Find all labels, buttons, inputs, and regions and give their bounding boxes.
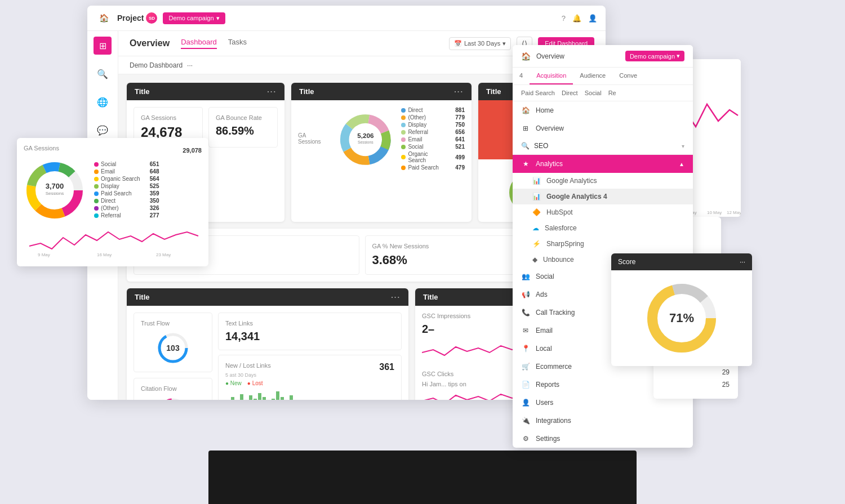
score-card: Score ··· 71% (611, 253, 752, 366)
panel-overview-label[interactable]: Overview (536, 52, 564, 60)
ga4-sub-label: Google Analytics 4 (546, 193, 607, 200)
panel-sub-tabs: Paid Search Direct Social Re (513, 85, 693, 101)
sharpspring-sub-icon: ⚡ (532, 240, 541, 248)
ga-bounce-card: GA Bounce Rate 86.59% (208, 107, 278, 148)
panel-search-input[interactable] (534, 142, 677, 150)
tab-tasks[interactable]: Tasks (228, 38, 247, 49)
svg-text:16 May: 16 May (97, 252, 112, 257)
users-nav-label: Users (536, 399, 684, 407)
panel-campaign-badge[interactable]: Demo campaign ▾ (625, 51, 684, 61)
svg-rect-28 (272, 399, 275, 400)
nav-item-overview[interactable]: ⊞ Overview (513, 119, 693, 137)
floating-ga-card: GA Sessions 29,078 3,700 Sessions Social… (17, 138, 208, 266)
panel-nav: Demo campaign ▾ (625, 51, 684, 61)
campaign-button[interactable]: Demo campaign ▾ (163, 12, 225, 24)
sub-item-salesforce[interactable]: ☁ Salesforce (513, 220, 693, 236)
flow-cards: Trust Flow 103 (134, 313, 212, 400)
widget-header-donut: Title ··· (291, 83, 472, 100)
svg-text:5,206: 5,206 (357, 132, 374, 139)
salesforce-sub-icon: ☁ (532, 224, 539, 232)
widget-menu-links[interactable]: ··· (391, 293, 401, 301)
notification-icon[interactable]: 🔔 (572, 14, 581, 23)
nav-item-settings[interactable]: ⚙ Settings (513, 430, 693, 448)
svg-text:Sessions: Sessions (46, 191, 64, 196)
sub-tab-re[interactable]: Re (608, 90, 616, 96)
sub-tab-social[interactable]: Social (585, 90, 602, 96)
ga-sub-label: Google Analytics (546, 177, 597, 185)
user-icon[interactable]: 👤 (588, 14, 597, 23)
topbar: 🏠 Project SD Demo campaign ▾ ? 🔔 👤 (87, 6, 606, 31)
home-nav-label: Home (536, 106, 684, 114)
panel-search-icon: 🔍 (521, 142, 530, 150)
analytics-nav-icon: ★ (521, 159, 530, 168)
nav-item-integrations[interactable]: 🔌 Integrations (513, 412, 693, 430)
social-nav-icon: 👥 (521, 272, 530, 281)
svg-rect-21 (240, 394, 243, 400)
sub-item-google-analytics[interactable]: 📊 Google Analytics (513, 173, 693, 189)
donut-container: GA Sessions 5,206 S (298, 107, 465, 172)
panel-home-icon[interactable]: 🏠 (521, 52, 531, 61)
sub-tab-paid[interactable]: Paid Search (521, 90, 555, 96)
hubspot-sub-icon: 🔶 (532, 208, 541, 216)
sidebar-icon-grid[interactable]: ⊞ (94, 37, 112, 55)
svg-text:12 May: 12 May (727, 210, 741, 215)
sidebar-icon-globe[interactable]: 🌐 (94, 93, 112, 111)
widget-menu-1[interactable]: ··· (267, 87, 277, 96)
sub-item-sharpspring[interactable]: ⚡ SharpSpring (513, 236, 693, 252)
svg-rect-32 (290, 395, 293, 400)
analytics-arrow: ▲ (679, 161, 684, 167)
panel-tab-4[interactable]: 4 (513, 68, 530, 84)
panel-search: 🔍 ▾ (513, 137, 693, 155)
score-donut-chart: 71% (645, 282, 718, 355)
svg-rect-23 (249, 395, 252, 400)
hubspot-sub-label: HubSpot (546, 208, 573, 216)
analytics-nav-label: Analytics (536, 160, 673, 168)
svg-text:3,700: 3,700 (46, 182, 64, 190)
bottom-bar (208, 451, 637, 504)
widget-menu-donut[interactable]: ··· (454, 87, 464, 96)
tab-dashboard[interactable]: Dashboard (181, 38, 217, 49)
gsc-impressions-chart (422, 336, 523, 364)
sidebar-icon-search[interactable]: 🔍 (94, 65, 112, 83)
date-range-button[interactable]: 📅 Last 30 Days ▾ (449, 37, 511, 50)
salesforce-sub-label: Salesforce (545, 224, 577, 232)
links-content: Trust Flow 103 (134, 313, 402, 400)
sub-item-hubspot[interactable]: 🔶 HubSpot (513, 204, 693, 220)
ga-sessions-donut-label: GA Sessions (298, 132, 330, 145)
help-icon[interactable]: ? (562, 14, 566, 23)
sub-tab-direct[interactable]: Direct (562, 90, 578, 96)
citation-flow-circle: 127 (141, 396, 205, 400)
trust-flow-circle: 103 (141, 331, 205, 365)
trust-flow-card: Trust Flow 103 (134, 313, 212, 372)
ads-nav-icon: 📢 (521, 290, 530, 299)
panel-tab-conve[interactable]: Conve (612, 68, 644, 84)
text-links-card: Text Links 14,341 (218, 313, 402, 350)
users-nav-icon: 👤 (521, 398, 530, 407)
topbar-right: ? 🔔 👤 (562, 14, 597, 23)
score-card-menu[interactable]: ··· (740, 258, 745, 266)
score-card-header: Score ··· (611, 253, 752, 270)
svg-rect-26 (263, 397, 266, 400)
nav-item-analytics[interactable]: ★ Analytics ▲ (513, 155, 693, 173)
number-row-3: 29 (662, 368, 730, 376)
integrations-nav-label: Integrations (536, 417, 684, 425)
panel-tab-acquisition[interactable]: Acquisition (530, 68, 573, 84)
new-lost-chart: 2 May 9 May 16 May 23 May (225, 389, 349, 400)
settings-nav-icon: ⚙ (521, 434, 530, 443)
sharpspring-sub-label: SharpSpring (546, 240, 584, 248)
nav-item-home[interactable]: 🏠 Home (513, 101, 693, 119)
sidebar-icon-chat[interactable]: 💬 (94, 121, 112, 139)
email-nav-icon: ✉ (521, 326, 530, 335)
citation-flow-card: Citation Flow 127 (134, 378, 212, 400)
ecommerce-nav-icon: 🛒 (521, 362, 530, 371)
svg-rect-19 (231, 397, 234, 400)
number-row-4: 25 (662, 381, 730, 389)
svg-rect-30 (281, 397, 284, 400)
panel-tabs: 4 Acquisition Audience Conve (513, 68, 693, 85)
widget-donut-1: Title ··· GA Sessions (291, 83, 472, 222)
floating-ga-title: GA Sessions (24, 145, 59, 151)
home-icon[interactable]: 🏠 (96, 10, 112, 26)
panel-tab-audience[interactable]: Audience (573, 68, 612, 84)
local-nav-icon: 📍 (521, 344, 530, 353)
sub-item-ga4[interactable]: 📊 Google Analytics 4 (513, 189, 693, 204)
